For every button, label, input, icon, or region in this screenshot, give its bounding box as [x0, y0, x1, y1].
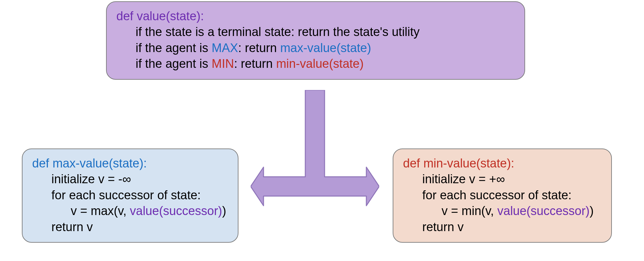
max-value-def: def max-value(state): — [32, 156, 228, 171]
value-line-max: if the agent is MAX: return max-value(st… — [136, 40, 515, 56]
min-return: return v — [422, 219, 602, 235]
min-value-call: min-value(state) — [276, 57, 363, 70]
max-value-call: max-value(state) — [280, 41, 371, 55]
value-line-terminal: if the state is a terminal state: return… — [136, 24, 515, 40]
min-value-box: def min-value(state): initialize v = +∞ … — [393, 148, 612, 243]
max-update: v = max(v, value(successor)) — [71, 203, 228, 219]
value-call: value(successor) — [497, 204, 590, 218]
value-line-min: if the agent is MIN: return min-value(st… — [136, 56, 515, 72]
value-def: def value(state): — [116, 8, 515, 24]
split-arrow-icon — [251, 90, 379, 219]
max-loop: for each successor of state: — [51, 187, 228, 203]
min-value-def: def min-value(state): — [403, 156, 602, 171]
max-return: return v — [51, 219, 228, 235]
max-init: initialize v = -∞ — [51, 171, 228, 187]
min-init: initialize v = +∞ — [422, 171, 602, 187]
max-value-box: def max-value(state): initialize v = -∞ … — [22, 148, 238, 243]
text: if the agent is — [136, 41, 212, 55]
text: : return — [234, 57, 276, 70]
min-keyword: MIN — [212, 57, 234, 70]
min-loop: for each successor of state: — [422, 187, 602, 203]
text: : return — [238, 41, 280, 55]
text: v = max(v, — [71, 204, 130, 218]
value-call: value(successor) — [130, 204, 222, 218]
text: ) — [590, 204, 594, 218]
value-function-box: def value(state): if the state is a term… — [106, 1, 525, 80]
text: if the agent is — [136, 57, 212, 70]
max-keyword: MAX — [212, 41, 238, 55]
text: v = min(v, — [442, 204, 497, 218]
min-update: v = min(v, value(successor)) — [442, 203, 602, 219]
text: ) — [222, 204, 226, 218]
